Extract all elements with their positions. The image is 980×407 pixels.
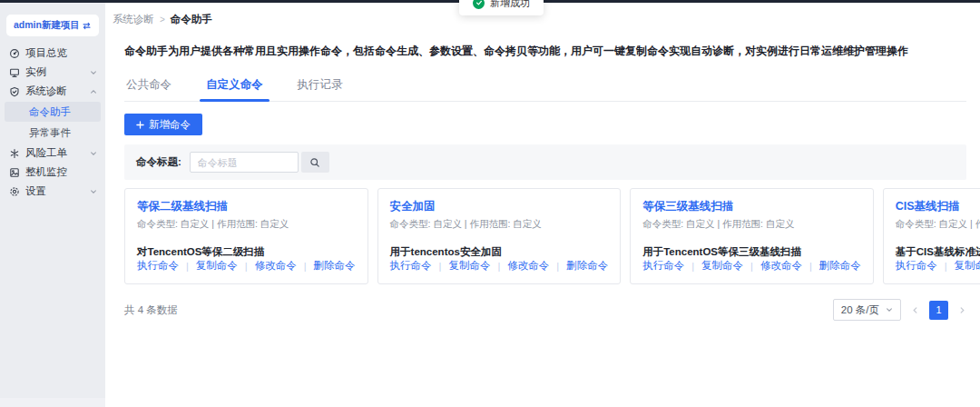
- project-name: admin新建项目: [14, 19, 80, 32]
- divider: [809, 261, 812, 272]
- success-toast: 新增成功: [459, 0, 544, 15]
- page-1-button[interactable]: 1: [929, 301, 948, 320]
- sidebar-item-project-overview[interactable]: 项目总览: [0, 44, 105, 63]
- card-title: 安全加固: [390, 199, 609, 214]
- command-card: 安全加固 命令类型: 自定义 | 作用范围: 自定义 用于tencentos安全…: [377, 188, 622, 284]
- card-title: 等保三级基线扫描: [642, 199, 861, 214]
- breadcrumb-current: 命令助手: [171, 13, 212, 26]
- divider: [439, 261, 442, 272]
- command-card: 等保二级基线扫描 命令类型: 自定义 | 作用范围: 自定义 对TencentO…: [124, 188, 368, 284]
- chevron-down-icon: [90, 148, 97, 159]
- sidebar-item-instances[interactable]: 实例: [0, 63, 105, 82]
- execute-command-link[interactable]: 执行命令: [642, 259, 684, 273]
- sidebar-subitem-label: 异常事件: [29, 126, 71, 140]
- plus-icon: [136, 121, 144, 129]
- chevron-up-icon: [90, 86, 97, 97]
- check-circle-icon: [473, 0, 485, 9]
- copy-command-link[interactable]: 复制命令: [196, 259, 238, 273]
- sidebar-item-system-diagnosis[interactable]: 系统诊断: [0, 82, 105, 101]
- page-size-value: 20 条/页: [841, 303, 879, 317]
- next-page-button[interactable]: [958, 306, 966, 314]
- sidebar-subitem-abnormal-events[interactable]: 异常事件: [5, 123, 101, 143]
- breadcrumb-parent[interactable]: 系统诊断: [113, 13, 154, 26]
- execute-command-link[interactable]: 执行命令: [390, 259, 432, 273]
- add-command-label: 新增命令: [149, 118, 191, 132]
- execute-command-link[interactable]: 执行命令: [896, 259, 937, 273]
- copy-command-link[interactable]: 复制命令: [955, 259, 980, 273]
- modify-command-link[interactable]: 修改命令: [255, 259, 297, 273]
- card-meta: 命令类型: 自定义 | 作用范围: 自定义: [390, 218, 609, 231]
- divider: [945, 261, 947, 272]
- shield-check-icon: [9, 86, 20, 97]
- copy-command-link[interactable]: 复制命令: [448, 259, 490, 273]
- toast-message: 新增成功: [490, 0, 530, 10]
- sidebar-item-risk-tickets[interactable]: 风险工单: [0, 144, 105, 163]
- breadcrumb-separator: >: [160, 15, 165, 25]
- card-description: 用于tencentos安全加固: [390, 245, 609, 259]
- divider: [186, 261, 189, 272]
- tab-public-commands[interactable]: 公共命令: [124, 73, 173, 101]
- compass-icon: [9, 48, 20, 59]
- project-switcher[interactable]: admin新建项目: [6, 15, 99, 36]
- card-meta: 命令类型: 自定义 | 作用范围: 自定义: [896, 218, 980, 231]
- switch-project-icon: [82, 21, 92, 31]
- divider: [556, 261, 559, 272]
- command-card-grid: 等保二级基线扫描 命令类型: 自定义 | 作用范围: 自定义 对TencentO…: [124, 188, 966, 284]
- search-button[interactable]: [301, 152, 329, 173]
- prev-page-button[interactable]: [911, 306, 919, 314]
- sidebar-menu: 项目总览 实例 系统诊断 命令助手 异常事件: [0, 44, 105, 201]
- frame-image-icon: [9, 167, 20, 178]
- chevron-down-icon: [90, 186, 97, 197]
- divider: [691, 261, 694, 272]
- sidebar-item-label: 实例: [25, 65, 46, 79]
- filter-panel: 命令标题:: [124, 144, 966, 180]
- sidebar-subitem-command-assistant[interactable]: 命令助手: [5, 102, 101, 122]
- main-content: 系统诊断 > 命令助手 命令助手为用户提供各种常用且实用操作命令，包括命令生成、…: [105, 3, 980, 407]
- monitor-icon: [9, 67, 20, 78]
- tab-custom-commands[interactable]: 自定义命令: [204, 73, 265, 101]
- card-meta: 命令类型: 自定义 | 作用范围: 自定义: [137, 218, 356, 231]
- modify-command-link[interactable]: 修改命令: [760, 259, 802, 273]
- card-title: 等保二级基线扫描: [137, 199, 356, 214]
- tab-execution-records[interactable]: 执行记录: [296, 73, 345, 101]
- pagination-bar: 共 4 条数据 20 条/页 1: [124, 299, 966, 321]
- tab-bar: 公共命令 自定义命令 执行记录: [124, 73, 966, 102]
- delete-command-link[interactable]: 删除命令: [314, 259, 356, 273]
- page-size-select[interactable]: 20 条/页: [833, 299, 901, 321]
- card-title: CIS基线扫描: [896, 199, 980, 214]
- add-command-button[interactable]: 新增命令: [124, 114, 202, 135]
- card-actions: 执行命令 复制命令 修改命令 删除命令: [390, 259, 609, 273]
- execute-command-link[interactable]: 执行命令: [137, 259, 179, 273]
- divider: [750, 261, 753, 272]
- filter-label: 命令标题:: [136, 155, 181, 169]
- command-card: CIS基线扫描 命令类型: 自定义 | 作用范围: 自定义 基于CIS基线标准进…: [883, 188, 980, 284]
- sidebar: admin新建项目 项目总览 实例 系统诊断: [0, 3, 105, 407]
- pager: 20 条/页 1: [833, 299, 966, 321]
- card-actions: 执行命令 复制命令 修改命令 删除命令: [642, 259, 861, 273]
- card-actions: 执行命令 复制命令 修改命令 删除命令: [896, 259, 980, 273]
- delete-command-link[interactable]: 删除命令: [566, 259, 608, 273]
- sidebar-subitem-label: 命令助手: [29, 105, 71, 119]
- card-description: 对TencentOS等保二级扫描: [137, 245, 356, 259]
- card-meta: 命令类型: 自定义 | 作用范围: 自定义: [642, 218, 861, 231]
- sidebar-item-label: 项目总览: [25, 46, 67, 60]
- sidebar-item-label: 风险工单: [25, 146, 67, 160]
- chevron-down-icon: [90, 67, 97, 78]
- sidebar-item-machine-monitor[interactable]: 整机监控: [0, 163, 105, 182]
- search-icon: [309, 157, 320, 168]
- sidebar-item-label: 整机监控: [25, 165, 67, 179]
- divider: [497, 261, 500, 272]
- sidebar-item-settings[interactable]: 设置: [0, 182, 105, 201]
- card-description: 基于CIS基线标准进行扫描: [896, 245, 980, 259]
- delete-command-link[interactable]: 删除命令: [819, 259, 861, 273]
- page-description: 命令助手为用户提供各种常用且实用操作命令，包括命令生成、参数设置、命令拷贝等功能…: [124, 44, 966, 59]
- divider: [245, 261, 248, 272]
- asterisk-icon: [9, 148, 20, 159]
- card-actions: 执行命令 复制命令 修改命令 删除命令: [137, 259, 356, 273]
- modify-command-link[interactable]: 修改命令: [507, 259, 549, 273]
- command-title-input[interactable]: [190, 152, 299, 173]
- command-card: 等保三级基线扫描 命令类型: 自定义 | 作用范围: 自定义 用于Tencent…: [630, 188, 874, 284]
- sidebar-item-label: 系统诊断: [25, 84, 67, 98]
- copy-command-link[interactable]: 复制命令: [701, 259, 743, 273]
- sidebar-footer: [0, 398, 105, 407]
